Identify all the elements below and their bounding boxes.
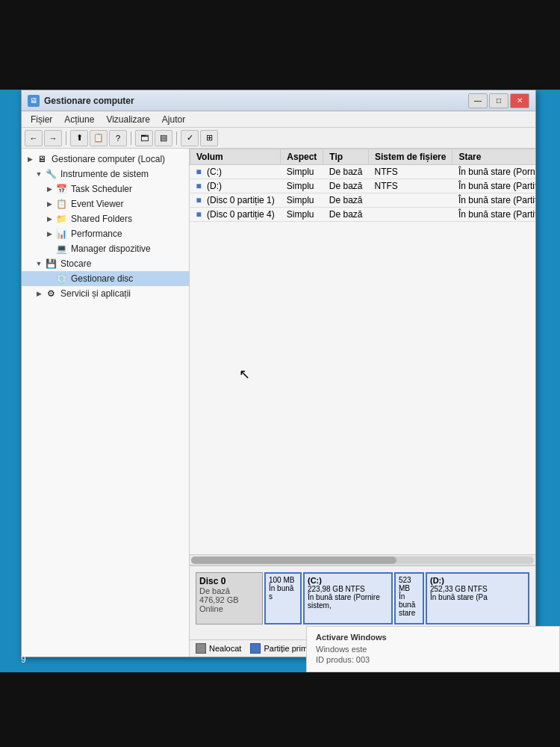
table-row[interactable]: ■ (C:) Simplu De bază NTFS În bună stare… — [190, 165, 536, 179]
disk-name: Disc 0 — [199, 576, 259, 586]
sidebar-item-instrumente[interactable]: ▼ 🔧 Instrumente de sistem — [22, 167, 189, 182]
close-button[interactable]: ✕ — [510, 93, 529, 108]
disc-label: Gestionare disc — [71, 273, 133, 284]
partition-3[interactable]: (D:) 252,33 GB NTFS În bună stare (Pa — [426, 572, 529, 624]
menu-bar: Fișier Acțiune Vizualizare Ajutor — [22, 111, 535, 128]
servicii-arrow: ▶ — [34, 290, 44, 297]
maximize-button[interactable]: □ — [489, 93, 508, 108]
root-icon: 🖥 — [35, 153, 49, 165]
activation-line2: ID produs: 003 — [316, 655, 550, 664]
task-arrow: ▶ — [44, 185, 55, 193]
stocare-arrow: ▼ — [34, 260, 44, 267]
row3-fs — [369, 208, 452, 222]
back-button[interactable]: ← — [25, 130, 43, 146]
row3-stare: În bună stare (Partiție de recuperar — [452, 208, 535, 222]
event-arrow: ▶ — [44, 200, 55, 208]
perf-icon: 📊 — [55, 228, 68, 240]
sidebar-item-servicii[interactable]: ▶ ⚙ Servicii și aplicații — [22, 286, 189, 301]
properties-button[interactable]: 📋 — [90, 130, 108, 146]
toolbar-sep-2 — [131, 131, 131, 145]
minimize-button[interactable]: — — [468, 93, 488, 108]
task-label: Task Scheduler — [71, 184, 132, 194]
disk-type: De bază — [199, 586, 259, 595]
legend-nealocat: Nealocat — [196, 643, 241, 654]
stocare-label: Stocare — [60, 258, 91, 269]
grid-button[interactable]: ⊞ — [200, 130, 218, 146]
sidebar-item-stocare[interactable]: ▼ 💾 Stocare — [22, 256, 189, 271]
servicii-label: Servicii și aplicații — [60, 288, 131, 299]
title-bar-buttons: — □ ✕ — [468, 93, 529, 108]
legend-label-nealocat: Nealocat — [209, 644, 241, 653]
event-label: Event Viewer — [71, 199, 123, 209]
activation-line1: Windows este — [316, 645, 550, 654]
disk-table-area[interactable]: Volum Aspect Tip Sistem de fișiere Stare… — [190, 149, 535, 554]
up-button[interactable]: ⬆ — [70, 130, 88, 146]
table-row[interactable]: ■ (Disc 0 partiție 1) Simplu De bază În … — [190, 193, 536, 208]
manager-icon: 💻 — [55, 243, 68, 255]
help-button[interactable]: ? — [109, 130, 127, 146]
root-arrow: ▶ — [25, 155, 35, 163]
main-content: ▶ 🖥 Gestionare computer (Local) ▼ 🔧 Inst… — [22, 149, 535, 657]
bottom-page-number: 9 — [21, 654, 26, 665]
table-row[interactable]: ■ (D:) Simplu De bază NTFS În bună stare… — [190, 179, 536, 193]
horizontal-scrollbar[interactable] — [190, 554, 535, 565]
col-stare[interactable]: Stare — [452, 149, 535, 165]
view-button[interactable]: 🗔 — [135, 130, 153, 146]
partition-bar: 100 MB În bună s (C:) 223,98 GB NTFS În … — [264, 572, 529, 624]
col-tip[interactable]: Tip — [323, 149, 369, 165]
toolbar-sep-1 — [66, 131, 66, 145]
instrumente-icon: 🔧 — [44, 168, 57, 180]
menu-actiune[interactable]: Acțiune — [58, 113, 100, 126]
disc-icon: 💿 — [55, 273, 68, 285]
sidebar-root[interactable]: ▶ 🖥 Gestionare computer (Local) — [22, 152, 189, 167]
servicii-icon: ⚙ — [44, 288, 57, 300]
event-icon: 📋 — [55, 198, 68, 210]
legend-box-partitie — [250, 643, 261, 654]
window-title: Gestionare computer — [44, 96, 134, 106]
row1-volum: ■ (D:) — [190, 179, 281, 193]
black-bar-top — [0, 0, 560, 90]
scrollbar-track — [191, 557, 534, 564]
row0-tip: De bază — [323, 165, 369, 179]
scrollbar-thumb[interactable] — [191, 557, 396, 564]
activation-title: Activare Windows — [316, 633, 550, 642]
legend-box-nealocat — [196, 643, 206, 654]
row1-aspect: Simplu — [281, 179, 323, 193]
partition-1[interactable]: (C:) 223,98 GB NTFS În bună stare (Porni… — [303, 572, 393, 624]
main-window: 🖥 Gestionare computer — □ ✕ Fișier Acțiu… — [21, 90, 536, 657]
row0-aspect: Simplu — [281, 165, 323, 179]
col-volum[interactable]: Volum — [190, 149, 281, 165]
activation-panel: Activare Windows Windows este ID produs:… — [306, 626, 560, 672]
black-bar-bottom — [0, 672, 560, 747]
menu-vizualizare[interactable]: Vizualizare — [100, 113, 155, 126]
shared-icon: 📁 — [55, 213, 68, 225]
partition-2[interactable]: 523 MB În bună stare — [394, 572, 424, 624]
forward-button[interactable]: → — [44, 130, 62, 146]
sidebar-item-shared-folders[interactable]: ▶ 📁 Shared Folders — [22, 211, 189, 226]
row3-tip: De bază — [323, 208, 369, 222]
col-filesystem[interactable]: Sistem de fișiere — [369, 149, 452, 165]
shared-arrow: ▶ — [44, 215, 55, 223]
check-button[interactable]: ✓ — [181, 130, 199, 146]
sidebar-item-gestionare-disc[interactable]: 💿 Gestionare disc — [22, 271, 189, 286]
row2-aspect: Simplu — [281, 193, 323, 208]
disk-size: 476,92 GB — [199, 595, 259, 604]
row2-tip: De bază — [323, 193, 369, 208]
sidebar: ▶ 🖥 Gestionare computer (Local) ▼ 🔧 Inst… — [22, 149, 190, 657]
instrumente-label: Instrumente de sistem — [60, 169, 149, 179]
menu-ajutor[interactable]: Ajutor — [156, 113, 191, 126]
partition-0[interactable]: 100 MB În bună s — [264, 572, 302, 624]
row2-fs — [369, 193, 452, 208]
list-button[interactable]: ▤ — [155, 130, 172, 146]
disk-status: Online — [199, 604, 259, 613]
window-icon: 🖥 — [28, 95, 40, 107]
table-row[interactable]: ■ (Disc 0 partiție 4) Simplu De bază În … — [190, 208, 536, 222]
menu-fisier[interactable]: Fișier — [25, 113, 58, 126]
sidebar-item-event-viewer[interactable]: ▶ 📋 Event Viewer — [22, 196, 189, 211]
perf-arrow: ▶ — [44, 230, 55, 238]
manager-label: Manager dispozitive — [71, 244, 151, 254]
col-aspect[interactable]: Aspect — [281, 149, 323, 165]
sidebar-item-task-scheduler[interactable]: ▶ 📅 Task Scheduler — [22, 182, 189, 196]
sidebar-item-manager[interactable]: 💻 Manager dispozitive — [22, 241, 189, 256]
sidebar-item-performance[interactable]: ▶ 📊 Performance — [22, 226, 189, 241]
